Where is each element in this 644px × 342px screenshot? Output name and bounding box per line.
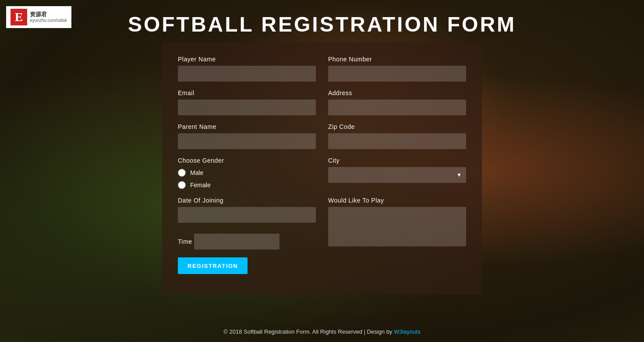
player-name-input[interactable] [178,66,316,82]
phone-number-input[interactable] [328,66,466,82]
email-input[interactable] [178,100,316,115]
address-label: Address [328,89,466,96]
time-label: Time [178,238,192,245]
date-of-joining-label: Date Of Joining [178,197,316,204]
date-input[interactable] [178,207,316,223]
city-select-wrapper: New York Los Angeles Chicago Houston ▼ [328,167,466,183]
row-parent-zip: Parent Name Zip Code [178,123,466,149]
logo-icon: E [11,9,27,25]
would-play-group: Would Like To Play [328,197,466,246]
registration-form: Player Name Phone Number Email Address P… [162,43,482,294]
phone-number-group: Phone Number [328,56,466,82]
row-date-play: Date Of Joining Time REGISTRATION Would … [178,197,466,274]
would-play-textarea[interactable] [328,207,466,246]
female-label: Female [190,182,211,189]
parent-name-label: Parent Name [178,123,316,130]
zip-code-input[interactable] [328,133,466,149]
city-group: City New York Los Angeles Chicago Housto… [328,157,466,189]
choose-gender-label: Choose Gender [178,157,316,164]
footer: © 2018 Softball Registration Form. All R… [0,328,644,335]
address-input[interactable] [328,100,466,115]
radio-female-item[interactable]: Female [178,181,316,189]
logo-text: 资源君 eyunzhu.com/vdisk [30,11,67,23]
row-gender-city: Choose Gender Male Female City [178,157,466,189]
radio-gender-group: Male Female [178,169,316,189]
parent-name-input[interactable] [178,133,316,149]
date-group: Date Of Joining Time REGISTRATION [178,197,316,274]
player-name-group: Player Name [178,56,316,82]
address-group: Address [328,89,466,115]
logo-url: eyunzhu.com/vdisk [30,18,67,23]
logo-brand: 资源君 [30,11,67,18]
city-label: City [328,157,466,164]
row-email-address: Email Address [178,89,466,115]
footer-link[interactable]: W3layouts [394,328,421,335]
time-group: Time [178,231,316,249]
time-input[interactable] [194,234,280,249]
footer-text: © 2018 Softball Registration Form. All R… [223,328,394,335]
radio-female[interactable] [178,181,186,189]
registration-button[interactable]: REGISTRATION [178,257,248,274]
email-label: Email [178,89,316,96]
logo: E 资源君 eyunzhu.com/vdisk [6,6,71,28]
email-group: Email [178,89,316,115]
city-select[interactable]: New York Los Angeles Chicago Houston [328,167,466,183]
row-name-phone: Player Name Phone Number [178,56,466,82]
would-like-to-play-label: Would Like To Play [328,197,466,204]
zip-code-group: Zip Code [328,123,466,149]
player-name-label: Player Name [178,56,316,63]
gender-group: Choose Gender Male Female [178,157,316,189]
parent-name-group: Parent Name [178,123,316,149]
radio-male[interactable] [178,169,186,177]
page-title: SOFTBALL REGISTRATION FORM [128,12,516,36]
radio-male-item[interactable]: Male [178,169,316,177]
phone-number-label: Phone Number [328,56,466,63]
zip-code-label: Zip Code [328,123,466,130]
registration-btn-wrapper: REGISTRATION [178,257,316,274]
male-label: Male [190,169,203,176]
